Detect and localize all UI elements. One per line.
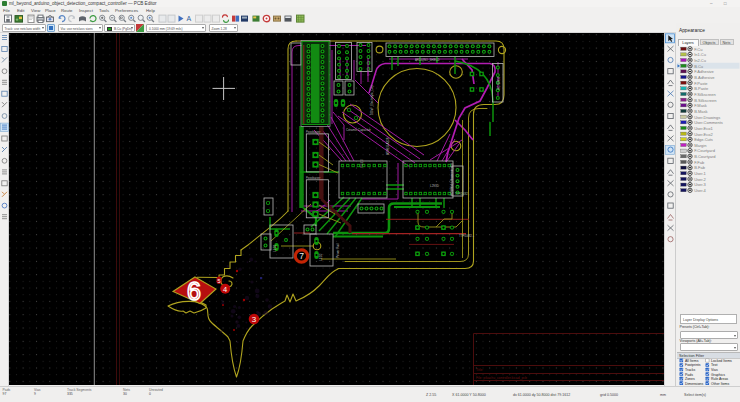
svg-text:Zones: Zones [685, 377, 695, 381]
svg-text:Text: Text [711, 363, 717, 367]
svg-text:Vias: Vias [711, 368, 718, 372]
svg-text:Pads: Pads [685, 373, 693, 377]
svg-text:Graphics: Graphics [711, 373, 725, 377]
svg-text:Footprints: Footprints [685, 363, 701, 367]
svg-text:All Items: All Items [685, 359, 699, 363]
svg-text:Rule Areas: Rule Areas [711, 377, 728, 381]
svg-text:Locked Items: Locked Items [711, 359, 732, 363]
svg-text:Tracks: Tracks [685, 368, 696, 372]
